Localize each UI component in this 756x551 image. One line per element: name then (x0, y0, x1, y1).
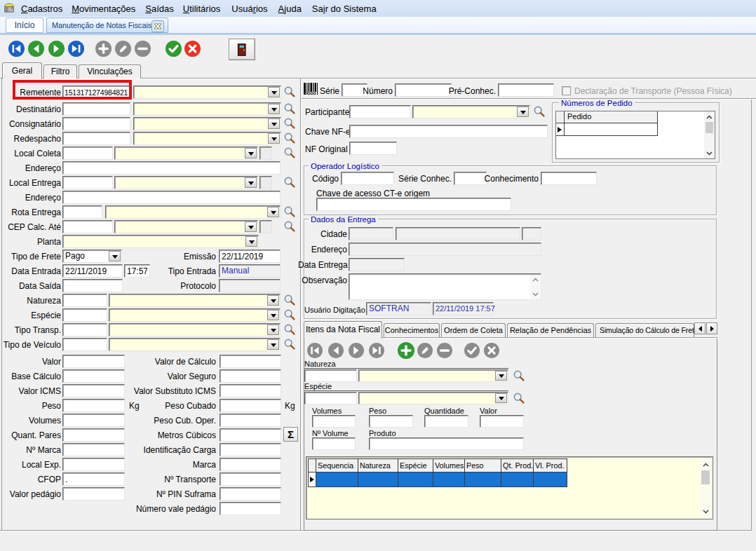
combo-remetente[interactable] (133, 86, 281, 99)
input-serie-conhec[interactable] (454, 172, 487, 185)
tab-simulacao-calculo[interactable]: Simulação do Cálculo de Fret (595, 323, 694, 337)
menu-item-sair-do-sistema[interactable]: Sair do Sistema (309, 4, 380, 14)
grid-selected-cell[interactable] (465, 472, 501, 487)
input-rota-entrega-codigo[interactable] (62, 205, 102, 219)
input-emissao[interactable] (219, 250, 281, 263)
input-itens-especie-codigo[interactable] (304, 392, 357, 404)
tab-vinculacoes[interactable]: Vinculações (79, 64, 141, 79)
search-redespacho-icon[interactable] (283, 132, 296, 144)
search-cep-icon[interactable] (283, 220, 296, 233)
search-tipo-transp-icon[interactable] (283, 323, 296, 336)
itens-add-button[interactable] (398, 342, 414, 359)
scroll-up-icon[interactable] (705, 112, 714, 121)
input-especie-codigo[interactable] (62, 308, 107, 322)
tab-scroll-left-button[interactable] (694, 322, 706, 334)
input-n-marca[interactable] (62, 443, 125, 456)
input-participante-codigo[interactable] (349, 105, 411, 118)
menu-item-ajuda[interactable]: Ajuda (275, 4, 305, 14)
combo-arrow-icon[interactable] (268, 104, 280, 114)
pedido-grid-cell[interactable] (565, 123, 658, 136)
itens-first-button[interactable] (307, 343, 323, 358)
input-nf-original[interactable] (349, 142, 397, 155)
input-metros-cubicos[interactable] (220, 428, 281, 442)
input-numero-vale-pedagio[interactable] (220, 502, 281, 515)
grid-header-volumes[interactable]: Volumes (433, 458, 465, 472)
last-record-button[interactable] (68, 41, 84, 57)
cancel-button[interactable] (184, 41, 201, 57)
pedido-scroll-thumb[interactable] (706, 122, 713, 133)
combo-arrow-icon[interactable] (268, 118, 280, 129)
grid-scrollbar[interactable] (700, 458, 711, 517)
combo-especie[interactable] (109, 308, 281, 322)
scroll-down-icon[interactable] (701, 507, 710, 516)
grid-header-vl-prod[interactable]: Vl. Prod. (534, 458, 567, 472)
pedido-grid-header[interactable]: Pedido (565, 111, 658, 123)
combo-itens-especie[interactable] (358, 392, 508, 404)
menu-item-utilitarios[interactable]: Utilitários (180, 4, 224, 14)
confirm-button[interactable] (166, 41, 182, 57)
observacao-scrollbar[interactable] (530, 275, 540, 299)
grid-selected-cell[interactable] (398, 472, 433, 487)
edit-record-button[interactable] (115, 41, 131, 57)
combo-arrow-icon[interactable] (267, 310, 279, 320)
combo-tipo-transp[interactable] (109, 323, 281, 336)
search-rota-entrega-icon[interactable] (283, 205, 296, 218)
combo-planta[interactable] (62, 235, 259, 248)
combo-natureza[interactable] (109, 294, 281, 307)
input-quant-pares[interactable] (62, 428, 125, 442)
input-n-transporte[interactable] (220, 472, 281, 486)
tab-geral[interactable]: Geral (2, 62, 42, 79)
combo-arrow-icon[interactable] (268, 87, 280, 97)
grid-selected-cell[interactable] (358, 472, 398, 487)
combo-tipo-veiculo[interactable] (109, 338, 281, 351)
input-valor-pedagio[interactable] (62, 487, 125, 501)
input-tipo-veiculo-codigo[interactable] (62, 338, 107, 351)
input-chave-nfe[interactable] (349, 125, 548, 138)
input-consignatario-codigo[interactable] (62, 117, 130, 130)
checkbox-declaracao-transporte[interactable] (562, 86, 571, 95)
search-local-coleta-icon[interactable] (283, 147, 296, 159)
tab-scroll-right-button[interactable] (706, 322, 717, 334)
combo-itens-natureza[interactable] (358, 369, 508, 382)
combo-arrow-icon[interactable] (268, 133, 280, 144)
next-record-button[interactable] (48, 41, 65, 57)
grid-header-natureza[interactable]: Natureza (358, 458, 398, 472)
tab-itens-nota-fiscal[interactable]: Itens da Nota Fiscal (304, 321, 382, 339)
itens-previous-button[interactable] (328, 343, 344, 358)
scroll-up-icon[interactable] (701, 460, 710, 469)
previous-record-button[interactable] (28, 41, 44, 57)
grid-header-sequencia[interactable]: Sequencia (316, 458, 358, 472)
input-marca[interactable] (220, 458, 281, 471)
grid-header-peso[interactable]: Peso (465, 458, 501, 472)
scroll-down-icon[interactable] (531, 290, 539, 299)
input-local-entrega-codigo[interactable] (62, 176, 113, 189)
sum-metros-cubicos-button[interactable]: Σ (283, 427, 298, 442)
input-codigo-operador[interactable] (341, 172, 394, 185)
combo-local-entrega[interactable] (114, 176, 258, 189)
tab-filtro[interactable]: Filtro (43, 64, 77, 79)
itens-last-button[interactable] (369, 343, 384, 358)
grid-selected-cell[interactable] (316, 472, 358, 487)
input-valor-icms[interactable] (62, 384, 125, 397)
grid-selected-cell[interactable] (501, 472, 534, 487)
search-natureza-icon[interactable] (283, 294, 296, 306)
combo-arrow-icon[interactable] (245, 148, 257, 158)
scroll-up-icon[interactable] (531, 275, 539, 284)
combo-cep-calc-ate[interactable] (114, 220, 258, 233)
search-especie-icon[interactable] (283, 308, 296, 321)
combo-arrow-icon[interactable] (267, 295, 279, 306)
input-natureza-codigo[interactable] (62, 294, 107, 307)
search-destinatario-icon[interactable] (283, 102, 296, 115)
itens-confirm-button[interactable] (464, 343, 480, 358)
scroll-down-icon[interactable] (705, 149, 714, 158)
menu-item-movimentacoes[interactable]: Movimentações (68, 4, 139, 14)
input-n-pin-suframa[interactable] (220, 487, 281, 501)
input-peso-cubado[interactable] (220, 399, 281, 412)
tab-manutencao-notas-fiscais[interactable]: Manutenção de Notas Fiscais (46, 18, 168, 33)
search-itens-natureza-icon[interactable] (513, 369, 525, 382)
input-redespacho-codigo[interactable] (62, 132, 130, 145)
itens-next-button[interactable] (349, 343, 364, 358)
combo-tipo-frete[interactable]: Pago (62, 250, 122, 263)
pedido-grid-scrollbar[interactable] (704, 111, 715, 158)
input-itens-produto[interactable] (369, 437, 524, 450)
